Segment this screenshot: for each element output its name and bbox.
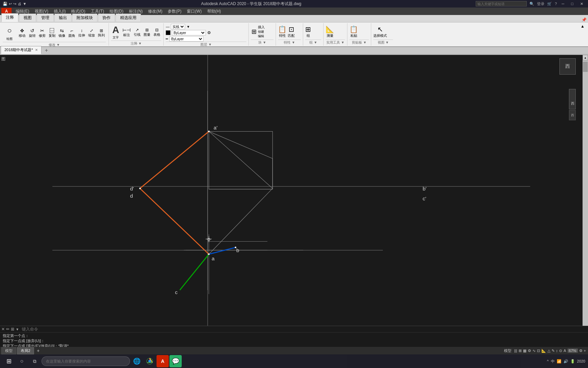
paste-btn[interactable]: 📋 粘贴 bbox=[349, 25, 358, 38]
osnap-icon[interactable]: ∿ bbox=[533, 349, 536, 353]
save-icon[interactable]: 💾 bbox=[3, 2, 7, 6]
tab-view[interactable]: 视图 bbox=[19, 14, 36, 22]
menu-help[interactable]: 帮助(H) bbox=[205, 8, 224, 15]
drawing-area[interactable]: 图 bbox=[0, 55, 583, 334]
tab-output[interactable]: 输出 bbox=[54, 14, 71, 22]
ortho-icon[interactable]: ▦ bbox=[523, 349, 526, 353]
insert-btn[interactable]: ⊞ 插入 创建 编辑 bbox=[251, 24, 274, 39]
login-btn[interactable]: 登录 bbox=[537, 1, 544, 6]
command-input[interactable] bbox=[20, 327, 587, 332]
maximize-btn[interactable]: □ bbox=[569, 2, 575, 6]
measure-util-btn[interactable]: 📐 测量 bbox=[326, 25, 334, 38]
search-icon[interactable]: 🔍 bbox=[529, 2, 534, 6]
scroll-thumb[interactable] bbox=[583, 62, 588, 72]
scrollbar-right[interactable]: ▲ ▼ bbox=[583, 55, 588, 334]
tab-collaborate[interactable]: 协作 bbox=[98, 14, 115, 22]
table-btn[interactable]: ⊟ 表格 bbox=[152, 27, 161, 37]
cart-icon[interactable]: 🛒 bbox=[547, 2, 552, 6]
ribbon-pin-icon[interactable]: 📌 bbox=[582, 17, 587, 22]
scale-display[interactable]: 67% bbox=[568, 349, 578, 353]
tab-manage[interactable]: 管理 bbox=[37, 14, 54, 22]
layer-settings-icon[interactable]: ⚙ bbox=[207, 30, 211, 35]
right-panel-btn2[interactable]: 西 bbox=[569, 110, 576, 120]
workspace-icon[interactable]: ⚙ bbox=[579, 349, 583, 353]
tray-volume[interactable]: 🔊 bbox=[564, 359, 568, 364]
tray-network[interactable]: 📶 bbox=[557, 359, 561, 364]
grid-icon[interactable]: ||| bbox=[514, 349, 517, 353]
polar-icon[interactable]: ⚙ bbox=[528, 349, 531, 353]
menu-window[interactable]: 窗口(W) bbox=[184, 8, 204, 15]
rotate-btn[interactable]: ↺ 旋转 bbox=[28, 28, 37, 39]
move-btn[interactable]: ✥ 移动 bbox=[17, 28, 27, 39]
create-block-btn[interactable]: 创建 bbox=[258, 30, 265, 34]
text-large-btn[interactable]: A 文字 bbox=[111, 24, 120, 41]
redo-icon[interactable]: ↪ bbox=[13, 2, 16, 6]
group-btn[interactable]: ⊞ 组 bbox=[305, 25, 311, 38]
start-btn[interactable]: ⊞ bbox=[3, 355, 15, 367]
properties-btn[interactable]: 📋 特性 bbox=[278, 25, 287, 38]
scroll-up-btn[interactable]: ▲ bbox=[583, 55, 588, 60]
tray-battery[interactable]: 🔋 bbox=[570, 359, 575, 364]
help-icon[interactable]: ? bbox=[555, 2, 557, 6]
cmd-close-btn[interactable]: ✕ bbox=[1, 327, 5, 332]
title-search-input[interactable] bbox=[476, 1, 527, 6]
trim-btn[interactable]: ✂ 修剪 bbox=[38, 28, 47, 39]
right-panel-btn1[interactable]: 西 bbox=[569, 89, 576, 109]
file-tab-active[interactable]: 2018期中考试题* ✕ bbox=[1, 46, 42, 54]
cmd-pencil-icon[interactable]: ✏ bbox=[6, 327, 10, 332]
linetype-dropdown[interactable]: ▼ bbox=[186, 25, 190, 29]
lineweight-select[interactable]: ByLayer bbox=[169, 36, 203, 42]
menu-modify[interactable]: 修改(M) bbox=[145, 8, 165, 15]
tray-up-icon[interactable]: ^ bbox=[547, 359, 549, 363]
array-btn[interactable]: ⊞ 阵列 bbox=[97, 28, 106, 38]
task-view-btn[interactable]: ⧉ bbox=[29, 355, 41, 367]
dimension-btn[interactable]: ⊢⊣ 标注 bbox=[121, 27, 132, 38]
cmd-arrow-icon[interactable]: ⊞ bbox=[11, 327, 14, 332]
snap-icon[interactable]: ⊞ bbox=[519, 349, 522, 353]
model-btn[interactable]: 模型 bbox=[503, 348, 513, 353]
cmd-dropdown-btn[interactable]: ▼ bbox=[16, 327, 19, 331]
tray-lang[interactable]: 中 bbox=[551, 359, 555, 364]
copy-btn[interactable]: ⿱ 复制 bbox=[48, 28, 56, 39]
tab-featured[interactable]: 精选应用 bbox=[116, 14, 141, 22]
taskbar-chrome-btn[interactable] bbox=[144, 355, 156, 367]
leader-btn[interactable]: ↗ 引线 bbox=[133, 27, 142, 37]
tab-close-btn[interactable]: ✕ bbox=[35, 48, 38, 52]
layout-add-btn[interactable]: + bbox=[35, 348, 42, 353]
menu-parametric[interactable]: 参数(P) bbox=[165, 8, 184, 15]
measure-btn[interactable]: ⊞ 图量 bbox=[143, 27, 151, 37]
scale-btn[interactable]: ⤢ 缩放 bbox=[87, 28, 96, 38]
tab-addins[interactable]: 附加模块 bbox=[72, 14, 97, 22]
lineweight-icon[interactable]: 📐 bbox=[541, 349, 546, 353]
fillet-btn[interactable]: ⌐ 圆角 bbox=[67, 28, 76, 39]
taskbar-wechat-btn[interactable]: 💬 bbox=[169, 355, 182, 367]
transparency-icon[interactable]: △ bbox=[548, 349, 550, 353]
edit-block-btn[interactable]: 编辑 bbox=[258, 34, 265, 39]
undo-icon[interactable]: ↩ bbox=[9, 2, 12, 6]
layout-tab-2[interactable]: 布局2 bbox=[17, 347, 34, 354]
isolate-icon[interactable]: + bbox=[584, 349, 586, 353]
taskbar-search-input[interactable] bbox=[42, 356, 130, 366]
minimize-btn[interactable]: ─ bbox=[560, 2, 567, 6]
stretch-btn[interactable]: ↕ 拉伸 bbox=[77, 28, 86, 38]
dropdown-icon[interactable]: ▼ bbox=[23, 2, 27, 6]
print-icon[interactable]: 🖨 bbox=[18, 2, 21, 6]
match-props-btn[interactable]: ⊡ 匹配 bbox=[288, 25, 295, 38]
select-mode-btn[interactable]: ↖ 选择模式 bbox=[373, 25, 387, 38]
taskbar-edge-btn[interactable]: 🌐 bbox=[131, 355, 143, 367]
layer-select[interactable]: ByLayer bbox=[172, 30, 206, 35]
annotation-visibility-icon[interactable]: ⊙ bbox=[559, 349, 562, 353]
mirror-btn[interactable]: ⇆ 镜像 bbox=[58, 28, 66, 39]
taskbar-autocad-btn[interactable]: A bbox=[157, 355, 169, 367]
nav-cube[interactable]: 西 bbox=[559, 58, 576, 75]
annotation-scale-icon[interactable]: ↕ bbox=[556, 349, 558, 353]
close-btn[interactable]: ✕ bbox=[578, 2, 585, 6]
tab-annotation[interactable]: 注释 bbox=[1, 13, 18, 22]
ribbon-collapse-btn[interactable]: ▲ bbox=[578, 23, 587, 46]
layout-tab-model[interactable]: 模型 bbox=[1, 347, 16, 354]
otrack-icon[interactable]: ⊡ bbox=[537, 349, 540, 353]
selection-icon[interactable]: ✎ bbox=[552, 349, 555, 353]
circle-icon[interactable]: ○ bbox=[3, 25, 16, 37]
add-tab-btn[interactable]: + bbox=[42, 47, 51, 54]
search-btn[interactable]: ○ bbox=[16, 355, 28, 367]
